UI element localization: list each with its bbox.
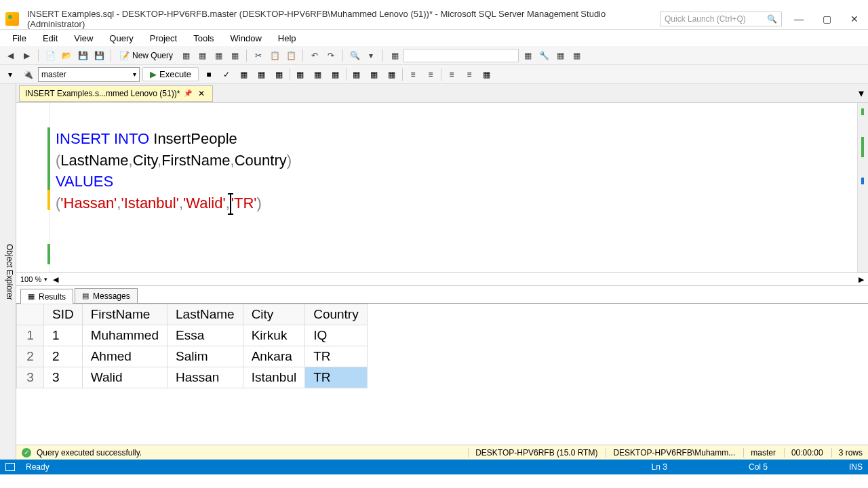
separator	[441, 68, 441, 81]
find-icon[interactable]: 🔍	[347, 48, 362, 63]
tab-dropdown-icon[interactable]: ▾	[859, 87, 864, 100]
undo-icon[interactable]: ↶	[307, 48, 322, 63]
uncomment-icon[interactable]: ▦	[367, 67, 382, 82]
db-query4-icon[interactable]: ▦	[227, 48, 242, 63]
zoom-dropdown-icon[interactable]: ▾	[44, 276, 47, 283]
separator	[382, 49, 383, 62]
sql-editor-toolbar: ▾ 🔌 master ▾ ▶ Execute ■ ✓ ▦ ▦ ▦ ▦ ▦ ▦ ▦…	[0, 65, 868, 84]
database-name: master	[41, 70, 66, 79]
menu-help[interactable]: Help	[271, 32, 303, 45]
db-query3-icon[interactable]: ▦	[211, 48, 226, 63]
execute-button[interactable]: ▶ Execute	[142, 67, 199, 81]
results-file-icon[interactable]: ▦	[328, 67, 343, 82]
col-rownum[interactable]	[17, 304, 44, 325]
wrench-icon[interactable]: 🔧	[536, 48, 551, 63]
status-user: DESKTOP-HPV6RFB\Muhamm...	[606, 448, 735, 458]
paste-icon[interactable]: 📋	[283, 48, 298, 63]
scroll-left-icon[interactable]: ◀	[53, 275, 58, 284]
results-tab[interactable]: ▦ Results	[20, 289, 73, 304]
stop-icon[interactable]: ■	[201, 67, 216, 82]
db-query2-icon[interactable]: ▦	[195, 48, 210, 63]
database-dropdown[interactable]: master ▾	[38, 67, 140, 82]
new-query-button[interactable]: 📝 New Query	[115, 49, 177, 62]
app-status-bar: Ready Ln 3 Col 5 INS	[0, 460, 868, 474]
parse-icon[interactable]: ✓	[219, 67, 234, 82]
specify-icon[interactable]: ≡	[444, 67, 459, 82]
message-icon: ▤	[82, 291, 89, 300]
save-all-icon[interactable]: 💾	[92, 48, 106, 63]
redo-icon[interactable]: ↷	[323, 48, 338, 63]
copy-icon[interactable]: 📋	[267, 48, 282, 63]
open-icon[interactable]: 📂	[59, 48, 74, 63]
object-explorer-tab[interactable]: Object Explorer	[0, 84, 16, 460]
plan-icon[interactable]: ▦	[237, 67, 252, 82]
back-icon[interactable]: ◀	[3, 48, 18, 63]
menu-tools[interactable]: Tools	[186, 32, 220, 45]
comment-icon[interactable]: ▦	[349, 67, 364, 82]
activity-icon[interactable]: ▦	[569, 48, 584, 63]
table-row[interactable]: 2 2 Ahmed Salim Ankara TR	[17, 346, 368, 367]
keyword: INSERT INTO	[56, 130, 149, 147]
col-country[interactable]: Country	[305, 304, 368, 325]
results-grid[interactable]: SID FirstName LastName City Country 1 1 …	[16, 304, 868, 445]
success-icon: ✓	[22, 448, 31, 458]
editor-scrollbar[interactable]	[857, 103, 868, 272]
indent2-icon[interactable]: ≡	[423, 67, 438, 82]
menu-view[interactable]: View	[67, 32, 100, 45]
new-query-icon: 📝	[119, 51, 130, 60]
query-status-bar: ✓ Query executed successfully. DESKTOP-H…	[16, 445, 868, 460]
status-message: Query executed successfully.	[37, 448, 142, 458]
indent-icon[interactable]: ▦	[384, 67, 399, 82]
menu-project[interactable]: Project	[143, 32, 184, 45]
change-conn-icon[interactable]: 🔌	[20, 67, 35, 82]
menu-window[interactable]: Window	[224, 32, 269, 45]
pin-icon[interactable]: 📌	[184, 89, 192, 97]
grid-icon[interactable]: ▦	[553, 48, 568, 63]
specify2-icon[interactable]: ≡	[462, 67, 477, 82]
col-firstname[interactable]: FirstName	[82, 304, 167, 325]
menu-edit[interactable]: Edit	[36, 32, 64, 45]
close-tab-icon[interactable]: ✕	[196, 89, 207, 98]
menu-file[interactable]: File	[5, 32, 33, 45]
cut-icon[interactable]: ✂	[251, 48, 266, 63]
close-button[interactable]: ✕	[846, 12, 863, 26]
minimize-button[interactable]: —	[790, 12, 808, 26]
selected-cell[interactable]: TR	[305, 367, 368, 388]
code-content[interactable]: INSERT INTO InsertPeople (LastName,City,…	[50, 103, 857, 272]
outdent-icon[interactable]: ≡	[406, 67, 420, 82]
db-query-icon[interactable]: ▦	[178, 48, 193, 63]
zoom-level[interactable]: 100 %	[20, 275, 41, 283]
forward-icon[interactable]: ▶	[19, 48, 34, 63]
connect-icon[interactable]: ▾	[3, 67, 18, 82]
quick-launch-placeholder: Quick Launch (Ctrl+Q)	[665, 14, 746, 24]
new-icon[interactable]: 📄	[43, 48, 58, 63]
window-icon	[5, 463, 15, 471]
quick-launch-input[interactable]: Quick Launch (Ctrl+Q) 🔍	[660, 12, 782, 26]
header-row: SID FirstName LastName City Country	[17, 304, 368, 325]
col-sid[interactable]: SID	[44, 304, 83, 325]
search-icon: 🔍	[767, 14, 777, 24]
toolbar-dropdown[interactable]	[403, 49, 519, 62]
menu-query[interactable]: Query	[102, 32, 140, 45]
plan2-icon[interactable]: ▦	[254, 67, 269, 82]
table-row[interactable]: 3 3 Walid Hassan Istanbul TR	[17, 367, 368, 388]
maximize-button[interactable]: ▢	[818, 12, 835, 26]
tab-label: INSERT Examples.s...mmed Lenovo (51))*	[25, 89, 180, 98]
messages-tab-label: Messages	[93, 291, 130, 301]
col-city[interactable]: City	[243, 304, 305, 325]
save-icon[interactable]: 💾	[75, 48, 90, 63]
results-grid-icon[interactable]: ▦	[311, 67, 326, 82]
sqlcmd-icon[interactable]: ▦	[479, 67, 494, 82]
grid-icon: ▦	[28, 292, 35, 301]
col-lastname[interactable]: LastName	[167, 304, 243, 325]
tool-icon[interactable]: ▦	[520, 48, 535, 63]
results-text-icon[interactable]: ▦	[293, 67, 308, 82]
code-editor[interactable]: INSERT INTO InsertPeople (LastName,City,…	[16, 103, 868, 272]
scroll-right-icon[interactable]: ▶	[859, 275, 864, 284]
document-tab[interactable]: INSERT Examples.s...mmed Lenovo (51))* 📌…	[19, 85, 213, 102]
parse-icon[interactable]: ▦	[387, 48, 402, 63]
messages-tab[interactable]: ▤ Messages	[75, 288, 138, 303]
table-row[interactable]: 1 1 Muhammed Essa Kirkuk IQ	[17, 325, 368, 346]
plan3-icon[interactable]: ▦	[272, 67, 287, 82]
dropdown-icon[interactable]: ▾	[363, 48, 378, 63]
